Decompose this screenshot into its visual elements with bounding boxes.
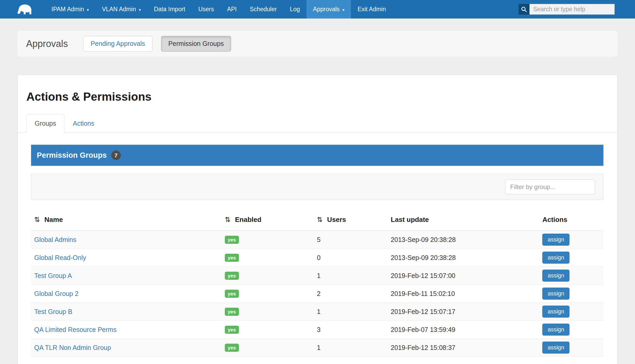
nav-item-label: IPAM Admin (51, 6, 84, 13)
sort-icon: ⇅ (225, 216, 231, 223)
table-row: QA Limited Resource Perms yes 3 2019-Feb… (31, 321, 603, 339)
filter-bar (31, 174, 603, 200)
group-count-badge: 7 (111, 150, 121, 160)
sort-icon: ⇅ (317, 216, 323, 223)
enabled-badge: yes (225, 308, 239, 316)
assign-button[interactable]: assign (542, 342, 569, 354)
last-update: 2013-Sep-09 20:38:28 (391, 236, 456, 243)
search-icon (521, 6, 527, 13)
actions-permissions-panel: Actions & Permissions Groups Actions Per… (17, 75, 618, 364)
caret-down-icon: ▾ (343, 8, 345, 12)
column-header-users[interactable]: ⇅ Users (314, 209, 388, 231)
table-header-row: ⇅ Name ⇅ Enabled ⇅ Users Last update (31, 209, 603, 231)
caret-down-icon: ▾ (139, 8, 141, 12)
group-name-link[interactable]: Global Admins (34, 236, 76, 243)
last-update: 2019-Feb-11 15:02:10 (391, 290, 455, 297)
table-row: QA TLR Non Admin Group yes 1 2019-Feb-12… (31, 339, 603, 357)
assign-button[interactable]: assign (542, 306, 569, 318)
phpipam-elephant-logo[interactable] (0, 0, 45, 19)
nav-item-exit-admin[interactable]: Exit Admin (351, 0, 392, 19)
column-label: Name (44, 216, 63, 223)
column-header-last-update: Last update (388, 209, 539, 231)
sort-icon: ⇅ (34, 216, 40, 223)
group-name-link[interactable]: QA Limited Resource Perms (34, 326, 116, 333)
assign-button[interactable]: assign (542, 270, 569, 282)
nav-item-label: Exit Admin (357, 6, 386, 13)
assign-button[interactable]: assign (542, 288, 569, 300)
nav-item-label: Scheduler (250, 6, 277, 13)
column-label: Enabled (235, 216, 261, 223)
table-row: Global Admins yes 5 2013-Sep-09 20:38:28… (31, 231, 603, 249)
permission-groups-table: ⇅ Name ⇅ Enabled ⇅ Users Last update (31, 209, 603, 357)
nav-item-label: Approvals (313, 6, 340, 13)
nav-item-ipam-admin[interactable]: IPAM Admin ▾ (45, 0, 95, 19)
enabled-badge: yes (225, 272, 239, 280)
assign-button[interactable]: assign (542, 324, 569, 336)
navbar-search (519, 0, 635, 19)
permission-groups-table-wrap: ⇅ Name ⇅ Enabled ⇅ Users Last update (31, 209, 603, 357)
nav-item-label: Users (198, 6, 214, 13)
table-row: Test Group A yes 1 2019-Feb-12 15:07:00 … (31, 267, 603, 285)
users-count: 1 (317, 308, 321, 315)
table-row: Global Read-Only yes 0 2013-Sep-09 20:38… (31, 249, 603, 267)
nav-item-scheduler[interactable]: Scheduler (243, 0, 284, 19)
nav-item-label: VLAN Admin (102, 6, 136, 13)
column-label: Actions (542, 216, 567, 223)
nav-item-api[interactable]: API (221, 0, 243, 19)
nav-item-approvals[interactable]: Approvals ▾ (307, 0, 351, 19)
enabled-badge: yes (225, 254, 239, 262)
search-button[interactable] (519, 4, 530, 15)
last-update: 2013-Sep-09 20:38:28 (391, 254, 456, 261)
users-count: 3 (317, 326, 321, 333)
filter-by-group-input[interactable] (505, 179, 595, 194)
tab-actions[interactable]: Actions (64, 114, 103, 133)
tab-groups[interactable]: Groups (26, 114, 64, 133)
page-title: Approvals (26, 38, 68, 49)
nav-item-log[interactable]: Log (283, 0, 306, 19)
last-update: 2019-Feb-07 13:59:49 (391, 326, 455, 333)
last-update: 2019-Feb-12 15:07:00 (391, 272, 455, 279)
elephant-icon (15, 3, 36, 15)
enabled-badge: yes (225, 344, 239, 352)
permission-groups-button[interactable]: Permission Groups (161, 36, 231, 52)
group-name-link[interactable]: QA TLR Non Admin Group (34, 344, 111, 351)
assign-button[interactable]: assign (542, 234, 569, 246)
group-name-link[interactable]: Global Group 2 (34, 290, 79, 297)
nav-item-label: API (227, 6, 237, 13)
group-name-link[interactable]: Test Group A (34, 272, 72, 279)
column-header-name[interactable]: ⇅ Name (31, 209, 222, 231)
group-name-link[interactable]: Test Group B (34, 308, 72, 315)
users-count: 0 (317, 254, 321, 261)
nav-item-data-import[interactable]: Data Import (147, 0, 192, 19)
nav-item-label: Log (290, 6, 300, 13)
caret-down-icon: ▾ (87, 8, 89, 12)
tab-label: Groups (35, 120, 56, 127)
users-count: 1 (317, 272, 321, 279)
table-row: Global Group 2 yes 2 2019-Feb-11 15:02:1… (31, 285, 603, 303)
panel-title: Actions & Permissions (26, 90, 617, 103)
search-input[interactable] (530, 4, 615, 15)
column-header-actions: Actions (539, 209, 603, 231)
assign-button[interactable]: assign (542, 252, 569, 264)
nav-item-vlan-admin[interactable]: VLAN Admin ▾ (95, 0, 147, 19)
nav-item-users[interactable]: Users (192, 0, 220, 19)
table-row: Test Group B yes 1 2019-Feb-12 15:07:17 … (31, 303, 603, 321)
permission-groups-heading: Permission Groups 7 (31, 145, 603, 166)
nav-menu: IPAM Admin ▾ VLAN Admin ▾ Data Import Us… (45, 0, 392, 19)
nav-item-label: Data Import (154, 6, 185, 13)
tab-bar: Groups Actions (18, 114, 617, 133)
users-count: 5 (317, 236, 321, 243)
approvals-header-bar: Approvals Pending Approvals Permission G… (17, 31, 618, 57)
last-update: 2019-Feb-12 15:07:17 (391, 308, 455, 315)
top-navbar: IPAM Admin ▾ VLAN Admin ▾ Data Import Us… (0, 0, 635, 19)
last-update: 2019-Feb-12 15:08:37 (391, 344, 455, 351)
enabled-badge: yes (225, 236, 239, 244)
tab-label: Actions (73, 120, 94, 127)
column-label: Users (327, 216, 346, 223)
group-name-link[interactable]: Global Read-Only (34, 254, 86, 261)
column-label: Last update (391, 216, 429, 223)
users-count: 1 (317, 344, 321, 351)
users-count: 2 (317, 290, 321, 297)
column-header-enabled[interactable]: ⇅ Enabled (222, 209, 314, 231)
pending-approvals-button[interactable]: Pending Approvals (83, 36, 152, 52)
